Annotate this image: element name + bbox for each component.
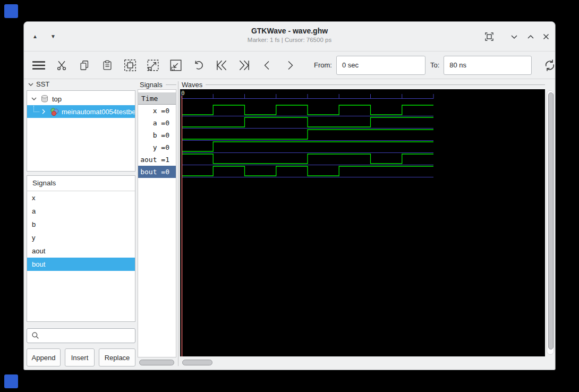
signal-value-row-a[interactable]: a =0 xyxy=(138,117,176,129)
scrollbar-thumb[interactable] xyxy=(548,92,554,350)
wave-trace-y xyxy=(182,142,433,151)
database-icon xyxy=(40,95,49,103)
go-to-end-icon[interactable] xyxy=(234,55,255,76)
from-input[interactable] xyxy=(336,56,425,75)
signal-list-item-a[interactable]: a xyxy=(27,204,135,218)
waves-vertical-scrollbar[interactable] xyxy=(547,90,554,355)
signals-hscrollbar-thumb[interactable] xyxy=(139,360,174,365)
wave-trace-aout xyxy=(182,154,433,164)
signal-list-header: Signals xyxy=(27,176,135,191)
reload-icon[interactable] xyxy=(539,55,556,76)
window-title: GTKWave - wave.ghw xyxy=(24,22,555,35)
copy-icon[interactable] xyxy=(74,55,95,76)
signal-value-row-aout[interactable]: aout =1 xyxy=(138,154,176,166)
to-label: To: xyxy=(430,61,439,69)
waveform-canvas[interactable]: 0 xyxy=(180,89,545,356)
tree-item-top[interactable]: top xyxy=(27,92,135,105)
desktop-icon xyxy=(4,4,18,18)
signal-value-row-x[interactable]: x =0 xyxy=(138,105,176,117)
tree-guide xyxy=(33,106,39,112)
toolbar: From: To: xyxy=(24,52,555,79)
window-subtitle: Marker: 1 fs | Cursor: 76500 ps xyxy=(24,35,555,43)
search-icon xyxy=(31,331,40,340)
chevron-right-icon[interactable] xyxy=(41,109,46,114)
signal-search-panel: Signals xabyaoutbout xyxy=(27,175,135,322)
wave-trace-bout xyxy=(182,166,433,176)
waves-hscrollbar-thumb[interactable] xyxy=(182,360,212,365)
zoom-in-icon[interactable] xyxy=(142,55,164,76)
menu-icon[interactable] xyxy=(28,55,49,76)
gtkwave-window: ▲ ▼ GTKWave - wave.ghw Marker: 1 fs | Cu… xyxy=(23,21,556,370)
minimize-icon[interactable] xyxy=(509,31,520,42)
titlebar[interactable]: ▲ ▼ GTKWave - wave.ghw Marker: 1 fs | Cu… xyxy=(24,22,555,52)
signal-value-row-b[interactable]: b =0 xyxy=(138,129,176,141)
shade-up-icon[interactable]: ▲ xyxy=(32,32,38,41)
signals-frame-label: Signals xyxy=(140,81,176,89)
sst-label: SST xyxy=(36,80,49,88)
replace-button[interactable]: Replace xyxy=(99,348,135,367)
timeline-origin-label: 0 xyxy=(181,90,185,97)
waves-frame-text: Waves xyxy=(182,81,202,89)
shade-down-icon[interactable]: ▼ xyxy=(50,32,56,41)
cut-icon[interactable] xyxy=(51,55,72,76)
fullscreen-icon[interactable] xyxy=(484,31,495,42)
to-input[interactable] xyxy=(444,56,532,75)
sst-tree: top meinautomat0054testbe xyxy=(27,90,135,172)
time-header[interactable]: Time xyxy=(138,92,176,105)
wave-trace-x xyxy=(182,105,433,115)
tree-item-label: meinautomat0054testbe xyxy=(62,108,135,116)
search-input[interactable] xyxy=(43,331,139,340)
signal-value-row-y[interactable]: y =0 xyxy=(138,141,176,154)
prev-edge-icon[interactable] xyxy=(257,55,278,76)
desktop-icon xyxy=(4,374,18,388)
signal-values-panel: Time x =0a =0b =0y =0aout =1bout =0 xyxy=(138,89,176,357)
signals-frame-text: Signals xyxy=(140,81,163,89)
waves-frame-label: Waves xyxy=(182,81,545,89)
signal-list-item-aout[interactable]: aout xyxy=(27,244,135,258)
zoom-out-icon[interactable] xyxy=(165,55,186,76)
undo-icon[interactable] xyxy=(188,55,209,76)
zoom-fit-icon[interactable] xyxy=(120,55,141,76)
waveform-svg xyxy=(180,89,545,356)
component-icon xyxy=(50,107,59,116)
maximize-icon[interactable] xyxy=(525,31,536,42)
signal-value-row-bout[interactable]: bout =0 xyxy=(138,166,176,178)
chevron-down-icon[interactable] xyxy=(31,96,37,101)
paste-icon[interactable] xyxy=(97,55,118,76)
tree-item-label: top xyxy=(52,95,62,103)
tree-item-testbench[interactable]: meinautomat0054testbe xyxy=(27,105,135,118)
wave-trace-a xyxy=(182,117,433,127)
signal-list-item-y[interactable]: y xyxy=(27,231,135,244)
frame-rule xyxy=(206,84,545,85)
append-button[interactable]: Append xyxy=(27,348,61,367)
chevron-down-icon xyxy=(28,82,33,87)
next-edge-icon[interactable] xyxy=(279,55,301,76)
signal-list: xabyaoutbout xyxy=(27,191,135,271)
close-icon[interactable] xyxy=(541,31,551,42)
signal-list-item-x[interactable]: x xyxy=(27,191,135,204)
signal-list-item-b[interactable]: b xyxy=(27,218,135,231)
sst-expander[interactable]: SST xyxy=(28,80,49,88)
desktop: ▲ ▼ GTKWave - wave.ghw Marker: 1 fs | Cu… xyxy=(0,0,579,392)
signal-values: x =0a =0b =0y =0aout =1bout =0 xyxy=(138,105,176,178)
signal-list-item-bout[interactable]: bout xyxy=(27,258,135,271)
pane-splitter[interactable] xyxy=(178,81,178,366)
go-to-start-icon[interactable] xyxy=(211,55,232,76)
wave-trace-b xyxy=(182,130,433,139)
insert-button[interactable]: Insert xyxy=(65,348,95,367)
frame-rule xyxy=(166,84,176,85)
signal-search-box[interactable] xyxy=(27,328,135,343)
from-label: From: xyxy=(314,61,332,69)
